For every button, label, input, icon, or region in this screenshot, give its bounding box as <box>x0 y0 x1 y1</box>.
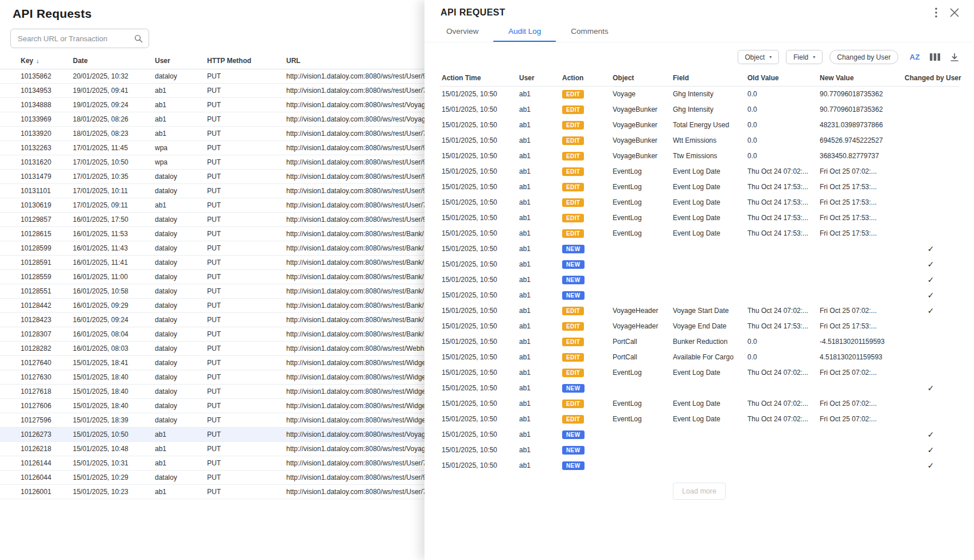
request-key: 10127606 <box>0 399 73 413</box>
request-method: PUT <box>207 155 286 170</box>
audit-action-time: 15/01/2025, 10:50 <box>439 210 517 226</box>
audit-row: 15/01/2025, 10:50ab1EDITVoyageBunkerWtt … <box>439 133 959 148</box>
request-key: 10128442 <box>0 299 73 313</box>
audit-action-time: 15/01/2025, 10:50 <box>439 334 517 350</box>
audit-object: VoyageBunker <box>610 148 671 164</box>
audit-user: ab1 <box>517 350 560 365</box>
action-badge: NEW <box>562 245 585 253</box>
audit-object: EventLog <box>610 412 671 427</box>
audit-row: 15/01/2025, 10:50ab1NEW✓ <box>439 381 959 396</box>
request-method: PUT <box>207 370 286 385</box>
app-root: API Requests Key↓ Date User HTTP Method <box>0 0 974 560</box>
audit-new-value: Fri Oct 25 07:02:... <box>817 412 902 427</box>
audit-field: Event Log Date <box>671 412 745 427</box>
request-method: PUT <box>207 284 286 299</box>
column-header-key[interactable]: Key↓ <box>0 53 73 69</box>
action-badge: NEW <box>562 291 585 300</box>
audit-changed-by-user <box>902 102 959 118</box>
request-user: dataloy <box>155 170 207 184</box>
audit-action: EDIT <box>560 334 610 350</box>
tab-overview[interactable]: Overview <box>431 21 493 42</box>
audit-old-value: 0.0 <box>745 118 817 133</box>
audit-field: Ttw Emissions <box>671 148 745 164</box>
audit-old-value: Thu Oct 24 17:53:... <box>745 319 817 334</box>
audit-object <box>610 288 671 303</box>
request-user: ab1 <box>155 456 207 471</box>
sort-alpha-icon[interactable]: AZ <box>910 53 920 61</box>
column-header-http-method[interactable]: HTTP Method <box>207 53 286 69</box>
audit-field: Voyage Start Date <box>671 303 745 319</box>
check-icon: ✓ <box>928 244 934 253</box>
audit-action-time: 15/01/2025, 10:50 <box>439 226 517 241</box>
audit-new-value <box>817 458 902 473</box>
audit-row: 15/01/2025, 10:50ab1EDITEventLogEvent Lo… <box>439 164 959 179</box>
audit-action-time: 15/01/2025, 10:50 <box>439 133 517 148</box>
audit-column-old-value: Old Value <box>745 70 817 87</box>
audit-action-time: 15/01/2025, 10:50 <box>439 195 517 210</box>
check-icon: ✓ <box>928 291 934 300</box>
audit-new-value: Fri Oct 25 17:53:... <box>817 179 902 195</box>
audit-action: EDIT <box>560 412 610 427</box>
close-icon[interactable] <box>950 8 959 17</box>
download-icon[interactable] <box>950 53 959 62</box>
request-method: PUT <box>207 342 286 356</box>
action-badge: EDIT <box>562 322 584 331</box>
request-key: 10134953 <box>0 84 73 98</box>
columns-icon[interactable] <box>930 53 940 61</box>
audit-changed-by-user: ✓ <box>902 257 959 272</box>
audit-changed-by-user <box>902 365 959 381</box>
request-method: PUT <box>207 184 286 198</box>
request-user: ab1 <box>155 428 207 442</box>
tab-comments[interactable]: Comments <box>556 21 623 42</box>
column-header-date[interactable]: Date <box>73 53 155 69</box>
audit-changed-by-user: ✓ <box>902 458 959 473</box>
audit-action: NEW <box>560 427 610 442</box>
action-badge: NEW <box>562 446 585 455</box>
audit-new-value <box>817 241 902 257</box>
audit-action-time: 15/01/2025, 10:50 <box>439 319 517 334</box>
request-date: 15/01/2025, 18:40 <box>73 370 155 385</box>
audit-object <box>610 442 671 458</box>
object-filter-button[interactable]: Object ▾ <box>738 50 780 64</box>
tab-audit-log[interactable]: Audit Log <box>493 21 556 42</box>
audit-action-time: 15/01/2025, 10:50 <box>439 272 517 288</box>
audit-field: Event Log Date <box>671 164 745 179</box>
audit-action: EDIT <box>560 226 610 241</box>
request-date: 15/01/2025, 10:48 <box>73 442 155 456</box>
request-date: 16/01/2025, 10:58 <box>73 284 155 299</box>
field-filter-button[interactable]: Field ▾ <box>786 50 823 64</box>
request-method: PUT <box>207 471 286 485</box>
kebab-menu-icon[interactable] <box>935 7 937 18</box>
audit-action: EDIT <box>560 210 610 226</box>
column-header-user[interactable]: User <box>155 53 207 69</box>
action-badge: EDIT <box>562 167 584 176</box>
request-date: 17/01/2025, 10:50 <box>73 155 155 170</box>
api-request-drawer: API REQUEST Overview Audit Log Comments <box>424 0 974 560</box>
load-more-button[interactable]: Load more <box>673 483 726 500</box>
request-date: 15/01/2025, 18:41 <box>73 356 155 370</box>
audit-row: 15/01/2025, 10:50ab1EDITEventLogEvent Lo… <box>439 210 959 226</box>
audit-log-table: Action Time User Action Object Field Old… <box>439 70 959 473</box>
audit-user: ab1 <box>517 334 560 350</box>
audit-old-value <box>745 381 817 396</box>
request-date: 16/01/2025, 09:29 <box>73 299 155 313</box>
audit-field <box>671 381 745 396</box>
action-badge: EDIT <box>562 400 584 408</box>
request-method: PUT <box>207 127 286 141</box>
audit-new-value: Fri Oct 25 17:53:... <box>817 210 902 226</box>
audit-new-value: Fri Oct 25 17:53:... <box>817 319 902 334</box>
request-key: 10133920 <box>0 127 73 141</box>
request-method: PUT <box>207 442 286 456</box>
audit-changed-by-user <box>902 87 959 102</box>
changed-by-user-filter-button[interactable]: Changed by User <box>829 50 898 64</box>
request-user: dataloy <box>155 69 207 84</box>
audit-new-value <box>817 288 902 303</box>
request-user: dataloy <box>155 227 207 241</box>
audit-new-value: Fri Oct 25 07:02:... <box>817 164 902 179</box>
audit-action-time: 15/01/2025, 10:50 <box>439 164 517 179</box>
audit-object: EventLog <box>610 164 671 179</box>
request-user: dataloy <box>155 370 207 385</box>
audit-user: ab1 <box>517 102 560 118</box>
audit-row: 15/01/2025, 10:50ab1EDITVoyageBunkerTtw … <box>439 148 959 164</box>
search-input[interactable] <box>18 34 134 43</box>
